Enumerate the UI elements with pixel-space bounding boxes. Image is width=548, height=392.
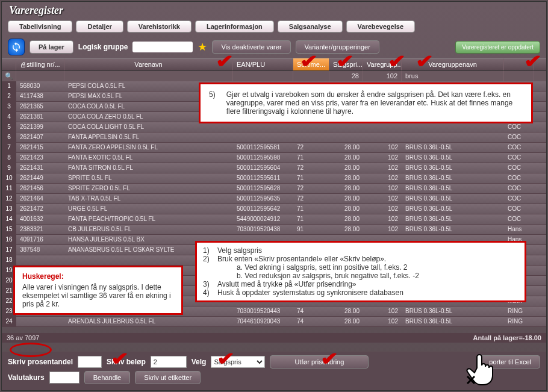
filter-bestilling[interactable] <box>16 71 64 81</box>
table-row[interactable]: 122621464TAB X-TRA 0.5L FL50001125956357… <box>2 194 546 204</box>
table-row[interactable]: 62621407FANTA APPELSIN 0.5L FLCOC <box>2 132 546 143</box>
cell-sortiment: 72 <box>293 194 329 204</box>
table-row[interactable]: 102621449SPRITE 0.5L FL50001125956117128… <box>2 173 546 184</box>
count-highlight-oval <box>10 343 52 357</box>
row-number: 17 <box>2 245 16 255</box>
valutakurs-label: Valutakurs <box>8 373 45 382</box>
cell-ean <box>233 122 293 132</box>
row-number: 11 <box>2 184 16 193</box>
cell-extra: COC <box>504 184 534 193</box>
cell-salgspris: 28.00 <box>329 204 363 214</box>
tab-salgsanalyse[interactable]: Salgsanalyse <box>278 20 343 33</box>
table-row[interactable]: 52621399COCA COLA LIGHT 0.5L FLCOC <box>2 122 546 132</box>
filter-sort[interactable] <box>293 71 329 81</box>
row-number: 13 <box>2 204 16 214</box>
tab-varehistorikk[interactable]: Varehistorikk <box>127 20 191 33</box>
filter-salgspris[interactable]: 28 <box>329 71 363 81</box>
checkmark-icon: ✔ <box>216 51 234 72</box>
pointer-hand-icon <box>465 350 503 388</box>
etiketter-button[interactable]: Skriv ut etiketter <box>135 371 201 384</box>
tab-detaljer[interactable]: Detaljer <box>76 20 123 33</box>
search-icon[interactable]: 🔍 <box>2 71 16 81</box>
instruction-callout-5: 5)Gjør et utvalg i vareboken som du ønsk… <box>199 82 533 123</box>
cell-varegruppe: 102 <box>363 214 402 224</box>
cell-ean: 5000112595635 <box>233 194 293 204</box>
cell-ean: 5000112595604 <box>233 163 293 173</box>
table-row[interactable]: 82621423FANTA EXOTIC 0.5L FL500011259559… <box>2 153 546 163</box>
cell-bestilling: 4091716 <box>16 235 64 244</box>
cell-varegruppenavn: BRUS 0.36L-0.5L <box>402 184 504 193</box>
cell-varegruppenavn: BRUS 0.36L-0.5L <box>402 153 504 163</box>
prosent-input[interactable] <box>78 356 102 368</box>
cell-varegruppenavn <box>402 132 504 142</box>
filter-ean[interactable] <box>233 71 293 81</box>
refresh-icon <box>11 42 22 52</box>
cell-ean: 5000112595628 <box>233 184 293 193</box>
row-number: 4 <box>2 112 16 122</box>
row-number: 6 <box>2 132 16 142</box>
filter-varegruppe[interactable]: 102 <box>363 71 402 81</box>
cell-varegruppe: 102 <box>363 143 402 152</box>
refresh-button[interactable] <box>8 39 25 55</box>
cell-sortiment: 71 <box>293 153 329 163</box>
cell-ean: 7044610920043 <box>233 317 293 326</box>
cell-varegruppe: 102 <box>363 184 402 193</box>
cell-varegruppenavn: BRUS 0.36L-0.5L <box>402 214 504 224</box>
col-header-ean[interactable]: EAN/PLU <box>233 58 293 70</box>
filter-varegruppenavn[interactable]: brus <box>402 71 504 81</box>
cell-sortiment: 72 <box>293 163 329 173</box>
cell-sortiment: 74 <box>293 306 329 316</box>
cell-bestilling: 2621431 <box>16 163 64 173</box>
cell-salgspris: 28.00 <box>329 143 363 152</box>
table-row[interactable]: 92621431FANTA SITRON 0.5L FL500011259560… <box>2 163 546 173</box>
cell-salgspris: 28.00 <box>329 225 363 234</box>
tab-lagerinformasjon[interactable]: Lagerinformasjon <box>195 20 274 33</box>
logisk-gruppe-dropdown[interactable] <box>132 42 193 52</box>
tab-tabellvisning[interactable]: Tabellvisning <box>8 20 72 33</box>
cell-bestilling: 2621365 <box>16 102 64 111</box>
table-row[interactable]: 24ARENDALS JULEBRUS 0.5L FL7044610920043… <box>2 317 546 327</box>
cell-bestilling <box>16 317 64 326</box>
cell-varegruppe: 102 <box>363 225 402 234</box>
checkmark-icon: ✔ <box>524 51 542 72</box>
row-number: 9 <box>2 163 16 173</box>
filter-varenavn[interactable] <box>64 71 233 81</box>
cell-sortiment: 71 <box>293 214 329 224</box>
table-row[interactable]: 112621456SPRITE ZERO 0.5L FL500011259562… <box>2 184 546 194</box>
cell-salgspris: 28.00 <box>329 173 363 183</box>
cell-salgspris: 28.00 <box>329 184 363 193</box>
cell-varenavn: URGE 0.5L FL <box>64 204 233 214</box>
cell-bestilling: 4001632 <box>16 214 64 224</box>
pa-lager-button[interactable]: På lager <box>30 40 73 54</box>
cell-bestilling: 2621464 <box>16 194 64 204</box>
table-row[interactable]: 144001632FANTA PEACH/TROPIC 0.5L FL54490… <box>2 214 546 225</box>
skriv-prosent-label: Skriv prosentandel <box>8 358 73 366</box>
status-bar: 36 av 7097 Antall på lager=-18.00 <box>2 333 546 343</box>
utfor-prisendring-button[interactable]: Utfør prisendring <box>270 355 369 369</box>
checkmark-icon: ✔ <box>416 51 434 72</box>
cell-sortiment: 71 <box>293 204 329 214</box>
cell-sortiment <box>293 132 329 142</box>
filter-row: 🔍 28 102 brus <box>2 71 546 81</box>
cell-sortiment: 71 <box>293 173 329 183</box>
behandle-button[interactable]: Behandle <box>84 371 131 384</box>
cell-varenavn: FANTA ZERO APPELSIN 0.5L FL <box>64 143 233 152</box>
table-row[interactable]: 72621415FANTA ZERO APPELSIN 0.5L FL50001… <box>2 143 546 153</box>
row-count: 36 av 7097 <box>7 334 39 341</box>
table-row[interactable]: 132621472URGE 0.5L FL50001125956427128.0… <box>2 204 546 214</box>
row-number: 18 <box>2 255 16 265</box>
cell-varenavn: TAB X-TRA 0.5L FL <box>64 194 233 204</box>
row-number: 24 <box>2 317 16 326</box>
row-number: 7 <box>2 143 16 152</box>
cell-varegruppenavn: BRUS 0.36L-0.5L <box>402 194 504 204</box>
tab-varebevegelse[interactable]: Varebevegelse <box>346 20 415 33</box>
belop-input[interactable] <box>151 356 187 368</box>
cell-varenavn: FANTA SITRON 0.5L FL <box>64 163 233 173</box>
checkmark-icon: ✔ <box>217 348 235 369</box>
table-row[interactable]: 152383321CB JULEBRUS 0.5L FL703001952043… <box>2 225 546 235</box>
col-header-bestilling[interactable]: 🖨stilling nr/... <box>16 58 64 70</box>
valutakurs-input[interactable] <box>49 372 79 384</box>
cell-varenavn: FANTA EXOTIC 0.5L FL <box>64 153 233 163</box>
print-icon: 🖨 <box>20 61 26 68</box>
col-header-varenavn[interactable]: Varenavn <box>64 58 233 70</box>
